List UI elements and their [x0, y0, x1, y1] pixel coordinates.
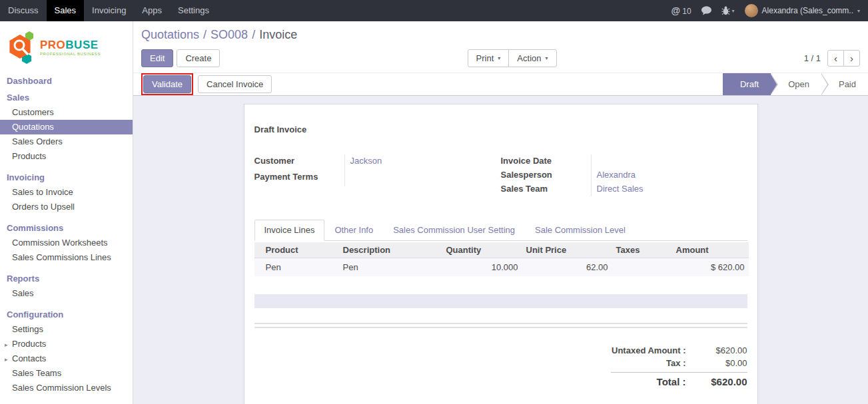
create-button[interactable]: Create: [177, 49, 220, 67]
user-menu[interactable]: Alexandra (Sales_comm.. ▾: [745, 4, 860, 17]
breadcrumb-so008[interactable]: SO008: [211, 28, 248, 41]
tab-other-info[interactable]: Other Info: [324, 220, 383, 241]
caret-down-icon: ▾: [857, 8, 860, 14]
salesperson-value-link[interactable]: Alexandra: [591, 168, 747, 182]
action-dropdown-button[interactable]: Action▾: [508, 49, 556, 67]
sidebar-item-config-contacts[interactable]: ▸Contacts: [0, 351, 133, 366]
column-header-quantity[interactable]: Quantity: [442, 242, 522, 258]
customer-value-link[interactable]: Jackson: [344, 154, 501, 170]
pager-next-button[interactable]: ›: [843, 50, 860, 67]
sidebar-heading-invoicing[interactable]: Invoicing: [0, 170, 133, 185]
sidebar-item-config-products[interactable]: ▸Products: [0, 337, 133, 351]
untaxed-amount-row: Untaxed Amount : $620.00: [611, 344, 747, 357]
probuse-logo-mark-icon: [7, 29, 36, 65]
status-step-draft[interactable]: Draft: [723, 73, 771, 95]
sidebar-heading-reports[interactable]: Reports: [0, 271, 133, 286]
sidebar-heading-commissions[interactable]: Commissions: [0, 220, 133, 236]
status-step-open[interactable]: Open: [771, 73, 821, 95]
untaxed-amount-label: Untaxed Amount :: [611, 345, 694, 355]
payment-terms-label: Payment Terms: [254, 170, 344, 186]
logo-text: PROBUSE PROFESSIONAL BUSINESS: [40, 39, 101, 56]
cancel-invoice-button[interactable]: Cancel Invoice: [198, 75, 272, 93]
field-group-right: Invoice Date Salesperson Alexandra Sales…: [501, 154, 747, 196]
sidebar-item-products[interactable]: Products: [0, 149, 133, 164]
sidebar: PROBUSE PROFESSIONAL BUSINESS Dashboard …: [0, 21, 133, 404]
form-view-area: Draft Invoice Customer Jackson Payment T…: [133, 96, 868, 404]
logo-subtitle: PROFESSIONAL BUSINESS: [40, 52, 101, 56]
breadcrumb-quotations[interactable]: Quotations: [141, 28, 199, 41]
sidebar-item-orders-to-upsell[interactable]: Orders to Upsell: [0, 200, 133, 214]
edit-button[interactable]: Edit: [141, 49, 173, 67]
notebook-tabs: Invoice Lines Other Info Sales Commissio…: [254, 219, 747, 241]
menu-settings[interactable]: Settings: [170, 0, 217, 21]
field-invoice-date: Invoice Date: [501, 154, 747, 168]
sidebar-item-dashboard[interactable]: Dashboard: [0, 73, 133, 89]
sidebar-item-label: Products: [12, 339, 46, 349]
chevron-right-icon: ›: [850, 53, 853, 64]
tax-row: Tax : $0.00: [611, 357, 747, 369]
caret-right-icon: ▸: [5, 340, 8, 349]
caret-down-icon: ▾: [546, 53, 548, 63]
empty-list-stripe: [254, 294, 747, 308]
invoice-date-value[interactable]: [591, 154, 747, 168]
sidebar-item-reports-sales[interactable]: Sales: [0, 286, 133, 301]
column-header-amount[interactable]: Amount: [672, 242, 749, 258]
debug-menu[interactable]: ▾: [721, 6, 735, 15]
sidebar-item-commission-worksheets[interactable]: Commission Worksheets: [0, 236, 133, 250]
validate-button[interactable]: Validate: [143, 75, 191, 93]
tab-sales-commission-user-setting[interactable]: Sales Commission User Setting: [383, 220, 525, 241]
menu-discuss[interactable]: Discuss: [0, 0, 47, 21]
sidebar-item-sales-commission-levels[interactable]: Sales Commission Levels: [0, 381, 133, 395]
main-wrapper: PROBUSE PROFESSIONAL BUSINESS Dashboard …: [0, 21, 868, 404]
sidebar-item-sales-orders[interactable]: Sales Orders: [0, 134, 133, 149]
status-pipeline: Draft Open Paid: [723, 73, 868, 95]
column-header-product[interactable]: Product: [254, 242, 339, 258]
invoice-sheet: Draft Invoice Customer Jackson Payment T…: [244, 104, 758, 404]
app-menus: Discuss Sales Invoicing Apps Settings: [0, 0, 217, 21]
column-header-unit-price[interactable]: Unit Price: [522, 242, 612, 258]
sidebar-heading-sales[interactable]: Sales: [0, 90, 133, 105]
mentions-indicator[interactable]: @ 10: [671, 5, 691, 16]
control-panel: Quotations/SO008/Invoice Edit Create Pri…: [133, 21, 868, 73]
salesperson-label: Salesperson: [501, 168, 591, 182]
sidebar-item-settings[interactable]: Settings: [0, 322, 133, 337]
messages-menu[interactable]: [701, 6, 711, 15]
sidebar-section-commissions: Commissions Commission Worksheets Sales …: [0, 220, 133, 265]
chevron-left-icon: ‹: [834, 53, 837, 64]
field-group-left: Customer Jackson Payment Terms: [254, 154, 501, 196]
sidebar-item-sales-teams[interactable]: Sales Teams: [0, 366, 133, 381]
sales-team-value-link[interactable]: Direct Sales: [591, 182, 747, 196]
tab-invoice-lines[interactable]: Invoice Lines: [254, 220, 325, 241]
field-groups: Customer Jackson Payment Terms Invoice D…: [254, 154, 747, 196]
tab-sale-commission-level[interactable]: Sale Commission Level: [525, 220, 636, 241]
probuse-logo[interactable]: PROBUSE PROFESSIONAL BUSINESS: [0, 21, 133, 72]
breadcrumb-separator: /: [252, 28, 255, 41]
menu-apps[interactable]: Apps: [134, 0, 170, 21]
cell-unit-price: 62.00: [522, 258, 612, 277]
at-icon: @: [671, 5, 681, 16]
sidebar-item-quotations[interactable]: Quotations: [0, 120, 133, 134]
logo-title-right: BUSE: [65, 39, 98, 51]
field-sales-team: Sales Team Direct Sales: [501, 182, 747, 196]
sidebar-heading-configuration[interactable]: Configuration: [0, 307, 133, 322]
logo-title: PROBUSE: [40, 39, 101, 51]
print-dropdown-button[interactable]: Print▾: [468, 49, 510, 67]
print-action-group: Print▾ Action▾: [468, 49, 557, 67]
menu-sales[interactable]: Sales: [47, 0, 85, 21]
field-payment-terms: Payment Terms: [254, 170, 501, 186]
invoice-date-label: Invoice Date: [501, 154, 591, 168]
sidebar-item-customers[interactable]: Customers: [0, 105, 133, 120]
column-header-description[interactable]: Description: [339, 242, 442, 258]
tax-value: $0.00: [694, 358, 747, 368]
menu-invoicing[interactable]: Invoicing: [84, 0, 134, 21]
cp-center-buttons: Print▾ Action▾: [220, 49, 803, 67]
form-statusbar: Validate Cancel Invoice Draft Open Paid: [133, 73, 868, 96]
pager-previous-button[interactable]: ‹: [827, 50, 844, 67]
table-row[interactable]: Pen Pen 10.000 62.00 $ 620.00: [254, 258, 749, 277]
sidebar-item-sales-commissions-lines[interactable]: Sales Commissions Lines: [0, 250, 133, 265]
pager-buttons: ‹ ›: [827, 50, 860, 67]
payment-terms-value[interactable]: [344, 170, 501, 186]
column-header-taxes[interactable]: Taxes: [612, 242, 672, 258]
sidebar-item-sales-to-invoice[interactable]: Sales to Invoice: [0, 185, 133, 200]
validate-highlight-annotation: Validate: [141, 73, 193, 95]
